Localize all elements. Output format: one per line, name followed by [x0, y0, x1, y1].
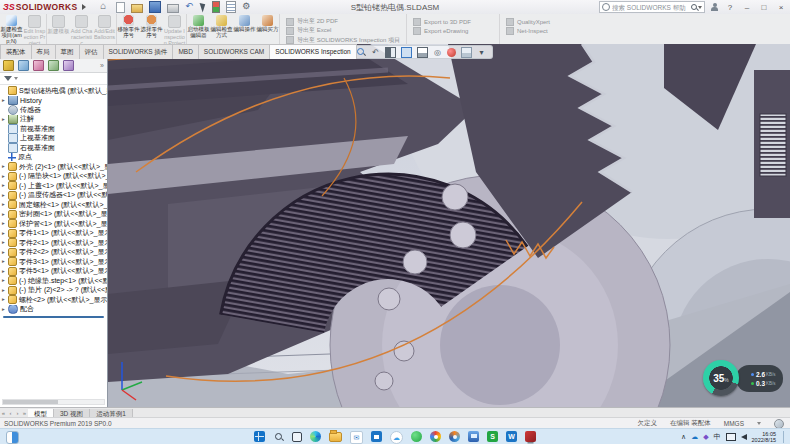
- commandmanager-tab[interactable]: SOLIDWORKS CAM: [198, 44, 269, 59]
- weather-icon[interactable]: ☁: [390, 431, 403, 444]
- panel-scrollbar[interactable]: [2, 399, 105, 405]
- doc-tab-nav-icon[interactable]: »: [21, 410, 28, 416]
- search-input[interactable]: [612, 4, 690, 11]
- tree-item[interactable]: ▸ 配合: [0, 305, 107, 315]
- tree-item[interactable]: ▸ History: [0, 96, 107, 106]
- taskbar-search-icon[interactable]: [273, 431, 284, 442]
- display-style-icon[interactable]: [417, 47, 428, 58]
- ribbon-menu-item[interactable]: 导出至 Excel: [286, 26, 406, 35]
- ribbon-button[interactable]: 移除零件序号: [116, 14, 140, 44]
- commandmanager-tab[interactable]: SOLIDWORKS Inspection: [269, 44, 357, 59]
- tree-item[interactable]: ▸ 零件1<1> (默认<<默认>_显示状态: [0, 229, 107, 239]
- ribbon-button[interactable]: 新建检查项目(amp;N): [0, 14, 23, 44]
- ribbon-button[interactable]: 编辑操作: [233, 14, 256, 44]
- tree-item[interactable]: 传感器: [0, 105, 107, 115]
- tree-item[interactable]: ▸ 密封圈<1> (默认<<默认>_显示状态: [0, 210, 107, 220]
- close-button[interactable]: ×: [775, 3, 787, 12]
- new-file-icon[interactable]: [116, 2, 125, 13]
- status-item[interactable]: MMGS: [724, 420, 744, 427]
- menu-expand-arrow-icon[interactable]: [82, 4, 86, 10]
- tree-item[interactable]: 右视基准面: [0, 143, 107, 153]
- tree-item[interactable]: ▸ 固定螺栓<1> (默认<<默认>_显示状态: [0, 200, 107, 210]
- configurationmanager-tab[interactable]: [33, 60, 44, 71]
- onedrive-icon[interactable]: ☁: [691, 432, 698, 442]
- featuremanager-tab[interactable]: [3, 60, 14, 71]
- tree-item[interactable]: ▸ (-) 绝缘垫.step<1> (默认<<默认>_显: [0, 276, 107, 286]
- commandmanager-tab[interactable]: 布局: [31, 44, 55, 59]
- help-button[interactable]: ?: [724, 3, 736, 12]
- zoom-area-icon[interactable]: [357, 48, 366, 57]
- section-view-icon[interactable]: [385, 47, 396, 58]
- search-caret-icon[interactable]: [698, 6, 702, 9]
- app-icon-device[interactable]: [468, 431, 479, 442]
- app-icon-green[interactable]: [411, 431, 422, 442]
- ribbon-button[interactable]: Add Characteristic: [70, 14, 93, 44]
- browser-icon-1[interactable]: [430, 431, 441, 442]
- file-properties-icon[interactable]: [226, 1, 236, 13]
- view-orientation-icon[interactable]: [401, 47, 412, 58]
- tree-item[interactable]: ▸ (-) 温度传感器<1> (默认<<默认>_显示: [0, 191, 107, 201]
- open-file-icon[interactable]: [131, 4, 143, 13]
- network-icon[interactable]: [726, 433, 736, 441]
- units-caret-icon[interactable]: [757, 422, 761, 425]
- doc-tab-nav-icon[interactable]: ›: [14, 410, 21, 416]
- dimxpertmanager-tab[interactable]: [48, 60, 59, 71]
- task-view-icon[interactable]: [292, 432, 302, 442]
- tree-item[interactable]: ▸ (-) 垫片 (2)<2> -> ? (默认<<默认>_显: [0, 286, 107, 296]
- graphics-area[interactable]: ↶ ◎ ▾ 2.6KB/s 0.3KB/s 35: [108, 44, 790, 407]
- app-icon-s[interactable]: S: [487, 431, 498, 442]
- filter-icon[interactable]: [4, 76, 12, 81]
- login-icon[interactable]: [710, 3, 719, 12]
- search-icon[interactable]: [690, 3, 698, 11]
- tree-item[interactable]: 上视基准面: [0, 134, 107, 144]
- minimize-button[interactable]: –: [741, 3, 753, 12]
- view-settings-icon[interactable]: ▾: [477, 48, 486, 57]
- app-icon-w[interactable]: W: [506, 431, 517, 442]
- hide-show-items-icon[interactable]: ◎: [433, 48, 442, 57]
- solidworks-taskbar-icon[interactable]: [525, 431, 536, 442]
- ribbon-button[interactable]: 选择零件序号: [140, 14, 163, 44]
- tree-item[interactable]: ▸ 零件3<1> (默认<<默认>_显示状态: [0, 257, 107, 267]
- status-tag-icon[interactable]: [774, 419, 784, 429]
- doc-tab-nav-icon[interactable]: «: [0, 410, 7, 416]
- tree-item[interactable]: ▸ 零件5<1> (默认<<默认>_显示状态: [0, 267, 107, 277]
- ribbon-menu-item[interactable]: 导出至 2D PDF: [286, 17, 406, 26]
- scrollbar-thumb[interactable]: [3, 400, 58, 404]
- ribbon-button[interactable]: 编辑买方: [256, 14, 279, 44]
- panel-tabs-overflow[interactable]: »: [100, 62, 104, 69]
- tree-item[interactable]: 原点: [0, 153, 107, 163]
- propertymanager-tab[interactable]: [18, 60, 29, 71]
- ribbon-button[interactable]: Edit Inspection Project: [23, 14, 46, 44]
- ribbon-button[interactable]: Update Inspection Project: [163, 14, 186, 44]
- tree-item[interactable]: ▸ 零件2<1> (默认<<默认>_显示状态: [0, 238, 107, 248]
- doc-tab-nav-icon[interactable]: ‹: [7, 410, 14, 416]
- ime-language[interactable]: 中: [714, 432, 721, 442]
- edge-icon[interactable]: [310, 431, 321, 442]
- tray-expand-icon[interactable]: ∧: [681, 432, 686, 442]
- scene-icon[interactable]: [461, 47, 472, 58]
- ribbon-button[interactable]: 新建模板: [46, 14, 70, 44]
- ribbon-button[interactable]: 编辑检查方式: [210, 14, 233, 44]
- tree-item[interactable]: ▸ 保护管<1> (默认<<默认>_显示状态: [0, 219, 107, 229]
- print-icon[interactable]: [167, 4, 179, 13]
- commandmanager-tab[interactable]: 草图: [55, 44, 79, 59]
- ribbon-menu-item[interactable]: Net-Inspect: [506, 26, 572, 35]
- filter-caret-icon[interactable]: [14, 77, 18, 80]
- restore-button[interactable]: □: [758, 3, 770, 12]
- ribbon-button[interactable]: Add/Edit Balloons: [93, 14, 116, 44]
- browser-icon-2[interactable]: [449, 431, 460, 442]
- commandmanager-tab[interactable]: 装配体: [0, 44, 31, 59]
- show-desktop-button[interactable]: [783, 431, 786, 443]
- home-icon[interactable]: [100, 2, 110, 12]
- select-icon[interactable]: [200, 1, 208, 12]
- taskbar-clock[interactable]: 16:05 2022/8/15: [752, 431, 776, 444]
- tree-item[interactable]: 前视基准面: [0, 124, 107, 134]
- ribbon-menu-item[interactable]: Export eDrawing: [413, 26, 499, 35]
- options-icon[interactable]: [242, 2, 252, 12]
- rollback-bar[interactable]: [3, 316, 104, 318]
- commandmanager-tab[interactable]: 评估: [79, 44, 103, 59]
- volume-icon[interactable]: [741, 434, 747, 440]
- displaymanager-tab[interactable]: [63, 60, 74, 71]
- ribbon-button[interactable]: 启动模板编辑器: [186, 14, 210, 44]
- tree-item[interactable]: ▸ (-) 上盖<1> (默认<<默认>_显示状态: [0, 181, 107, 191]
